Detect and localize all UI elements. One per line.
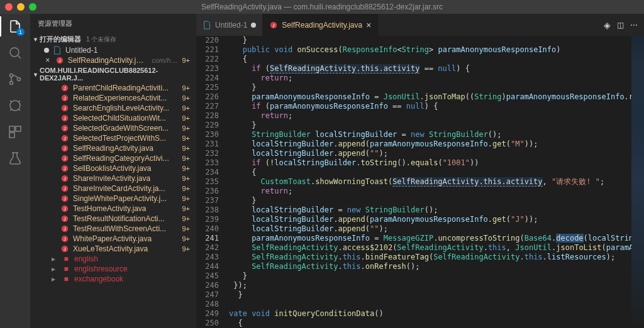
chevron-right-icon: ▸ xyxy=(52,275,58,283)
beaker-icon[interactable] xyxy=(8,151,23,166)
git-badge: 9+ xyxy=(182,235,191,243)
git-icon[interactable] xyxy=(8,72,23,87)
git-badge: 9+ xyxy=(182,215,191,222)
file-name: TestResultNotificationActi... xyxy=(73,214,164,223)
more-icon[interactable]: ⋯ xyxy=(630,21,638,30)
close-icon[interactable]: × xyxy=(44,56,52,65)
svg-text:J: J xyxy=(64,177,66,181)
tree-file-item[interactable]: JSelfReadingActivity.java9+ xyxy=(30,143,196,153)
tree-file-item[interactable]: JTestResultNotificationActi...9+ xyxy=(30,214,196,224)
compare-icon[interactable]: ◈ xyxy=(604,20,611,30)
chevron-right-icon: ▸ xyxy=(52,265,58,273)
file-name: ParentChildReadingActiviti... xyxy=(73,84,169,92)
tabs-bar: Untitled-1JSelfReadingActivity.java× ◈ ◫… xyxy=(196,14,644,36)
tree-file-item[interactable]: JSearchEnglishLevelActivity...9+ xyxy=(30,103,196,113)
git-badge: 9+ xyxy=(182,104,191,112)
svg-text:J: J xyxy=(64,227,66,231)
code-pane[interactable]: 2202212222232242252262272282292302312322… xyxy=(196,36,644,328)
tree-folder-item[interactable]: ▸■exchangebook xyxy=(30,274,196,284)
file-name: XueLeTestActivity.java xyxy=(73,244,148,253)
search-icon[interactable] xyxy=(8,45,23,60)
tree-file-item[interactable]: JRelatedExperiencesActivit...9+ xyxy=(30,93,196,103)
java-file-icon: J xyxy=(60,244,69,253)
svg-text:J: J xyxy=(64,96,66,101)
file-name: Untitled-1 xyxy=(65,46,97,55)
file-name: TestResultWithScreenActi... xyxy=(73,224,166,233)
tree-file-item[interactable]: JSingleWhitePaperActivity.j...9+ xyxy=(30,194,196,204)
tree-file-item[interactable]: JSelectedTestProjectWithS...9+ xyxy=(30,133,196,143)
file-name: SearchEnglishLevelActivity... xyxy=(73,104,169,112)
open-editors-label: 打开的编辑器 xyxy=(40,35,81,44)
editor-area: Untitled-1JSelfReadingActivity.java× ◈ ◫… xyxy=(196,14,644,328)
tree-file-item[interactable]: JShareInviteCardActivity.ja...9+ xyxy=(30,183,196,194)
file-hint: com/huili xyxy=(152,57,178,64)
open-editor-item[interactable]: ×JSelfReadingActivity.javacom/huili9+ xyxy=(30,55,196,65)
svg-point-2 xyxy=(10,82,13,85)
tree-file-item[interactable]: JWhitePaperActivity.java9+ xyxy=(30,234,196,244)
java-file-icon: J xyxy=(60,204,69,213)
git-badge: 9+ xyxy=(182,124,191,132)
java-file-icon: J xyxy=(60,174,69,183)
extensions-icon[interactable] xyxy=(8,124,23,139)
tab-label: Untitled-1 xyxy=(215,21,247,30)
file-name: WhitePaperActivity.java xyxy=(73,234,152,243)
svg-point-0 xyxy=(10,48,19,57)
tree-folder-item[interactable]: ▸■english xyxy=(30,254,196,264)
open-editor-item[interactable]: Untitled-1 xyxy=(30,45,196,55)
minimap[interactable] xyxy=(631,36,644,328)
svg-text:J: J xyxy=(64,167,66,171)
file-icon xyxy=(203,21,211,30)
git-badge: 9+ xyxy=(182,84,191,92)
tree-file-item[interactable]: JSelectedChildSituationWit...9+ xyxy=(30,113,196,123)
tree-file-item[interactable]: JSelectedGradeWithScreen...9+ xyxy=(30,123,196,133)
tree-file-item[interactable]: JXueLeTestActivity.java9+ xyxy=(30,244,196,254)
svg-text:J: J xyxy=(64,156,66,161)
explorer-badge: 1 xyxy=(16,28,25,36)
java-file-icon: J xyxy=(60,224,69,233)
java-file-icon: J xyxy=(60,194,69,203)
tree-file-item[interactable]: JSellBooklistActivity.java9+ xyxy=(30,163,196,173)
split-icon[interactable]: ◫ xyxy=(617,21,624,30)
git-badge: 9+ xyxy=(182,94,191,102)
debug-icon[interactable] xyxy=(8,98,23,113)
chevron-down-icon: ▾ xyxy=(34,36,37,43)
tree-folder-item[interactable]: ▸■englishresource xyxy=(30,264,196,274)
svg-text:J: J xyxy=(64,136,66,141)
explorer-icon[interactable]: 1 xyxy=(8,19,23,34)
tree-file-item[interactable]: JSelfReadingCategoryActivi...9+ xyxy=(30,153,196,163)
tree-file-item[interactable]: JTestResultWithScreenActi...9+ xyxy=(30,224,196,234)
line-gutter: 2202212222232242252262272282292302312322… xyxy=(196,36,226,328)
java-file-icon: J xyxy=(60,154,69,163)
sidebar: 资源管理器 ▾ 打开的编辑器 1 个未保存 Untitled-1×JSelfRe… xyxy=(30,14,196,328)
code-content[interactable]: } public void onSuccess(ResponseInfo<Str… xyxy=(226,36,631,328)
file-icon xyxy=(53,46,62,55)
close-icon[interactable]: × xyxy=(366,20,371,30)
window-title: SelfReadingActivity.java — com.huili.rea… xyxy=(0,3,644,11)
java-file-icon: J xyxy=(60,164,69,173)
file-name: SelectedTestProjectWithS... xyxy=(73,134,166,143)
svg-point-1 xyxy=(10,74,13,77)
project-label: COM.HUILI.READINGCLUB8825612-DEX2JAR.J..… xyxy=(40,67,192,82)
tree-file-item[interactable]: JTestHomeActivity.java9+ xyxy=(30,204,196,214)
java-file-icon: J xyxy=(60,84,69,92)
file-name: SingleWhitePaperActivity.j... xyxy=(73,194,167,203)
git-badge: 9+ xyxy=(182,114,191,122)
java-file-icon: J xyxy=(60,124,69,133)
project-header[interactable]: ▾ COM.HUILI.READINGCLUB8825612-DEX2JAR.J… xyxy=(30,65,196,83)
titlebar: SelfReadingActivity.java — com.huili.rea… xyxy=(0,0,644,14)
git-badge: 9+ xyxy=(182,165,191,172)
folder-name: exchangebook xyxy=(74,275,123,283)
tree-file-item[interactable]: JShareInviteActivity.java9+ xyxy=(30,173,196,183)
svg-rect-7 xyxy=(9,133,14,138)
open-editors-header[interactable]: ▾ 打开的编辑器 1 个未保存 xyxy=(30,33,196,45)
tree-file-item[interactable]: JParentChildReadingActiviti...9+ xyxy=(30,83,196,93)
java-file-icon: J xyxy=(60,144,69,153)
editor-tab[interactable]: JSelfReadingActivity.java× xyxy=(263,14,378,36)
svg-text:J: J xyxy=(64,247,66,251)
svg-text:J: J xyxy=(64,146,66,151)
folder-icon: ■ xyxy=(62,265,70,273)
folder-name: english xyxy=(74,254,98,263)
git-badge: 9+ xyxy=(182,205,191,212)
folder-name: englishresource xyxy=(74,265,128,273)
editor-tab[interactable]: Untitled-1 xyxy=(196,14,263,36)
